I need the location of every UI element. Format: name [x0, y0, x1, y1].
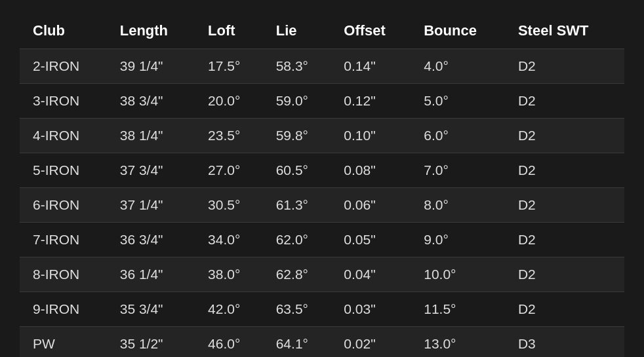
- table-header: ClubLengthLoftLieOffsetBounceSteel SWT: [20, 13, 624, 49]
- cell-r8-c5: 13.0°: [413, 327, 508, 358]
- specs-table-container: ClubLengthLoftLieOffsetBounceSteel SWT 2…: [0, 0, 644, 357]
- cell-r6-c2: 38.0°: [197, 257, 266, 292]
- cell-r8-c1: 35 1/2": [110, 327, 197, 358]
- cell-r4-c2: 30.5°: [197, 188, 266, 223]
- cell-r1-c3: 59.0°: [266, 84, 334, 119]
- cell-r3-c6: D2: [508, 153, 624, 188]
- cell-r2-c3: 59.8°: [266, 119, 334, 153]
- table-row: 5-IRON37 3/4"27.0°60.5°0.08"7.0°D2: [20, 153, 624, 188]
- cell-r5-c2: 34.0°: [197, 223, 266, 257]
- cell-r2-c0: 4-IRON: [20, 119, 110, 153]
- header-col-4: Offset: [333, 13, 413, 49]
- table-row: 2-IRON39 1/4"17.5°58.3°0.14"4.0°D2: [20, 49, 624, 84]
- cell-r7-c2: 42.0°: [197, 292, 266, 327]
- golf-specs-table: ClubLengthLoftLieOffsetBounceSteel SWT 2…: [20, 13, 624, 357]
- cell-r6-c4: 0.04": [333, 257, 413, 292]
- cell-r3-c1: 37 3/4": [110, 153, 197, 188]
- cell-r8-c0: PW: [20, 327, 110, 358]
- cell-r5-c6: D2: [508, 223, 624, 257]
- cell-r7-c3: 63.5°: [266, 292, 334, 327]
- table-row: 3-IRON38 3/4"20.0°59.0°0.12"5.0°D2: [20, 84, 624, 119]
- cell-r3-c0: 5-IRON: [20, 153, 110, 188]
- cell-r0-c1: 39 1/4": [110, 49, 197, 84]
- cell-r6-c0: 8-IRON: [20, 257, 110, 292]
- cell-r5-c0: 7-IRON: [20, 223, 110, 257]
- cell-r5-c4: 0.05": [333, 223, 413, 257]
- table-row: 9-IRON35 3/4"42.0°63.5°0.03"11.5°D2: [20, 292, 624, 327]
- cell-r1-c6: D2: [508, 84, 624, 119]
- cell-r3-c2: 27.0°: [197, 153, 266, 188]
- cell-r6-c3: 62.8°: [266, 257, 334, 292]
- table-row: 8-IRON36 1/4"38.0°62.8°0.04"10.0°D2: [20, 257, 624, 292]
- header-col-0: Club: [20, 13, 110, 49]
- header-row: ClubLengthLoftLieOffsetBounceSteel SWT: [20, 13, 624, 49]
- table-row: 6-IRON37 1/4"30.5°61.3°0.06"8.0°D2: [20, 188, 624, 223]
- cell-r0-c5: 4.0°: [413, 49, 508, 84]
- cell-r0-c4: 0.14": [333, 49, 413, 84]
- cell-r0-c6: D2: [508, 49, 624, 84]
- cell-r1-c1: 38 3/4": [110, 84, 197, 119]
- cell-r8-c4: 0.02": [333, 327, 413, 358]
- cell-r2-c6: D2: [508, 119, 624, 153]
- header-col-5: Bounce: [413, 13, 508, 49]
- header-col-6: Steel SWT: [508, 13, 624, 49]
- table-row: 4-IRON38 1/4"23.5°59.8°0.10"6.0°D2: [20, 119, 624, 153]
- cell-r5-c5: 9.0°: [413, 223, 508, 257]
- table-row: PW35 1/2"46.0°64.1°0.02"13.0°D3: [20, 327, 624, 358]
- cell-r5-c3: 62.0°: [266, 223, 334, 257]
- cell-r7-c6: D2: [508, 292, 624, 327]
- cell-r2-c4: 0.10": [333, 119, 413, 153]
- cell-r7-c5: 11.5°: [413, 292, 508, 327]
- cell-r6-c1: 36 1/4": [110, 257, 197, 292]
- cell-r2-c1: 38 1/4": [110, 119, 197, 153]
- cell-r8-c3: 64.1°: [266, 327, 334, 358]
- cell-r4-c5: 8.0°: [413, 188, 508, 223]
- cell-r7-c1: 35 3/4": [110, 292, 197, 327]
- cell-r3-c3: 60.5°: [266, 153, 334, 188]
- cell-r4-c6: D2: [508, 188, 624, 223]
- cell-r3-c5: 7.0°: [413, 153, 508, 188]
- cell-r8-c2: 46.0°: [197, 327, 266, 358]
- cell-r4-c4: 0.06": [333, 188, 413, 223]
- cell-r4-c3: 61.3°: [266, 188, 334, 223]
- cell-r8-c6: D3: [508, 327, 624, 358]
- cell-r0-c2: 17.5°: [197, 49, 266, 84]
- cell-r7-c4: 0.03": [333, 292, 413, 327]
- cell-r1-c2: 20.0°: [197, 84, 266, 119]
- cell-r6-c6: D2: [508, 257, 624, 292]
- cell-r2-c5: 6.0°: [413, 119, 508, 153]
- cell-r0-c0: 2-IRON: [20, 49, 110, 84]
- cell-r5-c1: 36 3/4": [110, 223, 197, 257]
- cell-r6-c5: 10.0°: [413, 257, 508, 292]
- cell-r4-c0: 6-IRON: [20, 188, 110, 223]
- cell-r0-c3: 58.3°: [266, 49, 334, 84]
- cell-r1-c0: 3-IRON: [20, 84, 110, 119]
- cell-r7-c0: 9-IRON: [20, 292, 110, 327]
- cell-r2-c2: 23.5°: [197, 119, 266, 153]
- cell-r3-c4: 0.08": [333, 153, 413, 188]
- header-col-3: Lie: [266, 13, 334, 49]
- header-col-2: Loft: [197, 13, 266, 49]
- header-col-1: Length: [110, 13, 197, 49]
- cell-r4-c1: 37 1/4": [110, 188, 197, 223]
- table-row: 7-IRON36 3/4"34.0°62.0°0.05"9.0°D2: [20, 223, 624, 257]
- cell-r1-c4: 0.12": [333, 84, 413, 119]
- table-body: 2-IRON39 1/4"17.5°58.3°0.14"4.0°D23-IRON…: [20, 49, 624, 358]
- cell-r1-c5: 5.0°: [413, 84, 508, 119]
